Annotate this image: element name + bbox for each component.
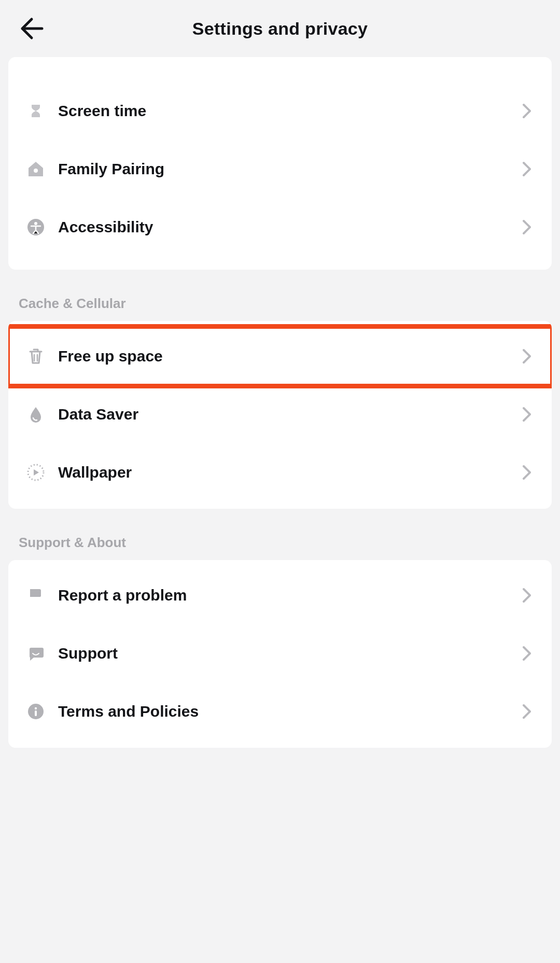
info-icon (26, 702, 46, 721)
row-label: Wallpaper (58, 464, 520, 481)
row-label: Data Saver (58, 406, 520, 423)
page-title: Settings and privacy (47, 19, 513, 39)
drop-icon (26, 404, 46, 424)
row-label: Support (58, 645, 520, 662)
svg-rect-6 (35, 710, 37, 716)
settings-group-0: Screen time Family Pairing Accessibility (8, 57, 552, 270)
svg-point-5 (35, 707, 37, 709)
row-label: Terms and Policies (58, 703, 520, 720)
dotted-play-icon (26, 463, 46, 482)
back-button[interactable] (17, 13, 47, 44)
row-label: Family Pairing (58, 160, 520, 178)
row-terms-policies[interactable]: Terms and Policies (8, 682, 552, 741)
section-header-cache: Cache & Cellular (0, 270, 560, 321)
chevron-right-icon (520, 104, 534, 118)
chevron-right-icon (520, 646, 534, 661)
row-wallpaper[interactable]: Wallpaper (8, 443, 552, 501)
accessibility-icon (26, 217, 46, 237)
chevron-right-icon (520, 162, 534, 176)
row-free-up-space[interactable]: Free up space (8, 327, 552, 385)
row-accessibility[interactable]: Accessibility (8, 198, 552, 256)
svg-point-2 (34, 222, 37, 225)
chevron-right-icon (520, 465, 534, 480)
chevron-right-icon (520, 588, 534, 603)
row-support[interactable]: Support (8, 624, 552, 682)
hourglass-icon (26, 101, 46, 121)
svg-point-0 (34, 169, 38, 173)
row-report-problem[interactable]: Report a problem (8, 566, 552, 624)
row-family-pairing[interactable]: Family Pairing (8, 140, 552, 198)
row-label: Accessibility (58, 218, 520, 236)
trash-icon (26, 346, 46, 366)
header: Settings and privacy (0, 0, 560, 57)
chevron-right-icon (520, 220, 534, 234)
chevron-right-icon (520, 704, 534, 719)
row-label: Screen time (58, 102, 520, 120)
house-icon (26, 159, 46, 179)
section-header-support: Support & About (0, 509, 560, 560)
flag-icon (26, 585, 46, 605)
row-screen-time[interactable]: Screen time (8, 82, 552, 140)
settings-group-1: Free up space Data Saver Wallpaper (8, 321, 552, 509)
chevron-right-icon (520, 407, 534, 422)
row-label: Report a problem (58, 587, 520, 604)
row-data-saver[interactable]: Data Saver (8, 385, 552, 443)
chat-icon (26, 644, 46, 663)
row-label: Free up space (58, 347, 520, 365)
settings-group-2: Report a problem Support Terms and Polic… (8, 560, 552, 748)
chevron-right-icon (520, 349, 534, 364)
back-arrow-icon (19, 16, 44, 41)
